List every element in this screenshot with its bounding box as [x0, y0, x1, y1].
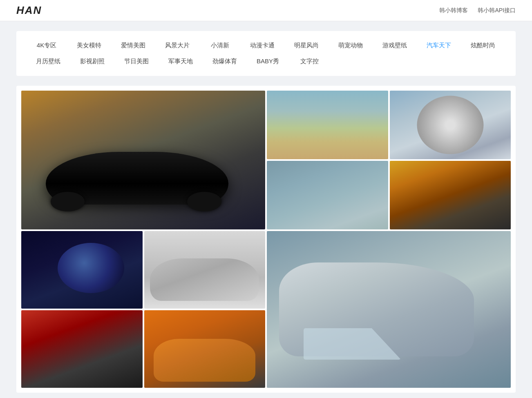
api-link[interactable]: 韩小韩API接口 [478, 7, 516, 14]
header-nav: 韩小韩博客 韩小韩API接口 [439, 7, 516, 14]
gallery-item[interactable] [144, 310, 266, 388]
cat-fashion[interactable]: 炫酷时尚 [461, 38, 505, 53]
header: HAN 韩小韩博客 韩小韩API接口 [0, 0, 532, 21]
cat-pet[interactable]: 萌宠动物 [329, 38, 373, 53]
cat-love[interactable]: 爱情美图 [111, 38, 155, 53]
cat-car[interactable]: 汽车天下 [417, 38, 461, 53]
cat-scenery[interactable]: 风景大片 [155, 38, 199, 53]
logo[interactable]: HAN [16, 4, 42, 17]
gallery-item[interactable] [390, 91, 511, 159]
cat-text[interactable]: 文字控 [289, 53, 330, 69]
main-content: 4K专区 美女模特 爱情美图 风景大片 小清新 动漫卡通 明星风尚 萌宠动物 游… [0, 21, 532, 398]
gallery-item[interactable] [267, 231, 511, 388]
category-nav: 4K专区 美女模特 爱情美图 风景大片 小清新 动漫卡通 明星风尚 萌宠动物 游… [16, 31, 516, 76]
cat-baby[interactable]: BABY秀 [247, 53, 289, 69]
cat-sports[interactable]: 劲爆体育 [203, 53, 247, 69]
cat-movie[interactable]: 影视剧照 [70, 53, 114, 69]
gallery-box [16, 86, 516, 393]
blog-link[interactable]: 韩小韩博客 [439, 7, 468, 14]
gallery-item[interactable] [21, 231, 143, 309]
gallery-grid [21, 91, 511, 388]
cat-military[interactable]: 军事天地 [159, 53, 203, 69]
gallery-item[interactable] [144, 231, 266, 309]
cat-anime[interactable]: 动漫卡通 [240, 38, 284, 53]
cat-4k[interactable]: 4K专区 [26, 38, 67, 53]
cat-calendar[interactable]: 月历壁纸 [26, 53, 70, 69]
gallery-item[interactable] [267, 91, 388, 159]
cat-fresh[interactable]: 小清新 [199, 38, 240, 53]
cat-holiday[interactable]: 节日美图 [114, 53, 159, 69]
cat-beauty[interactable]: 美女模特 [67, 38, 111, 53]
gallery-item[interactable] [21, 91, 265, 229]
cat-game[interactable]: 游戏壁纸 [373, 38, 417, 53]
cat-star[interactable]: 明星风尚 [284, 38, 329, 53]
gallery-item[interactable] [267, 161, 388, 229]
gallery-item[interactable] [390, 161, 511, 229]
gallery-item[interactable] [21, 310, 143, 388]
